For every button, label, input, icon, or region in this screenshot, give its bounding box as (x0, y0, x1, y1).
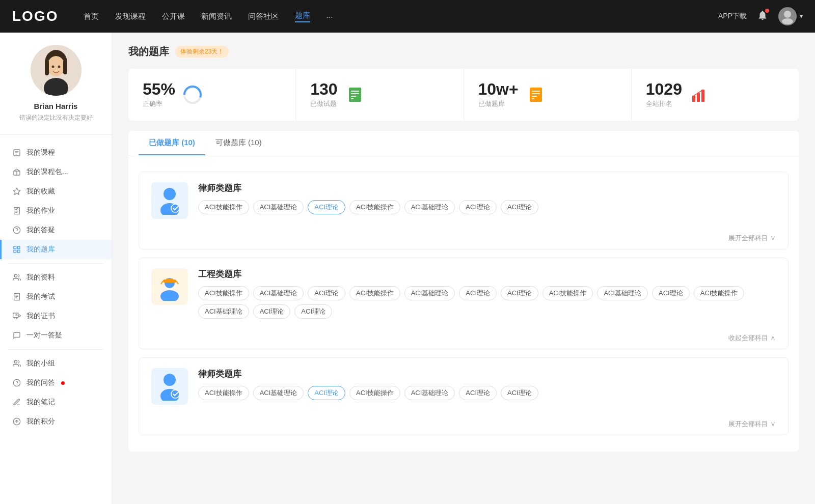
sidebar-item-profile[interactable]: 我的资料 (0, 268, 112, 287)
tag-4[interactable]: ACI基础理论 (404, 200, 455, 214)
sidebar-item-oneone[interactable]: 一对一答疑 (0, 326, 112, 345)
svg-rect-55 (701, 90, 704, 102)
sidebar-item-exam[interactable]: 我的考试 (0, 287, 112, 306)
sidebar-item-qa[interactable]: 我的答疑 (0, 220, 112, 240)
qbank-footer-1: 展开全部科目 ∨ (139, 229, 788, 249)
stat-done-banks-label: 已做题库 (478, 99, 519, 108)
cert-icon (12, 312, 21, 321)
sidebar-label-homework: 我的作业 (26, 206, 55, 215)
tab-done[interactable]: 已做题库 (10) (139, 131, 205, 155)
sidebar-item-notes[interactable]: 我的笔记 (0, 393, 112, 412)
user-avatar-area[interactable]: ▾ (778, 7, 803, 25)
eng-tag-1[interactable]: ACI基础理论 (253, 286, 304, 300)
stat-accuracy: 55% 正确率 (128, 69, 296, 121)
svg-point-58 (171, 204, 179, 212)
stat-ranking: 1029 全站排名 (632, 69, 799, 121)
eng-tag-4[interactable]: ACI基础理论 (404, 286, 455, 300)
expand-link-1[interactable]: 展开全部科目 ∨ (728, 234, 776, 242)
eng-tag-10[interactable]: ACI技能操作 (694, 286, 745, 300)
l2-tag-1[interactable]: ACI基础理论 (253, 386, 304, 400)
sidebar-item-package[interactable]: 我的课程包... (0, 162, 112, 182)
nav-home[interactable]: 首页 (84, 12, 99, 21)
notification-bell[interactable] (757, 10, 768, 23)
app-download-button[interactable]: APP下载 (718, 12, 747, 21)
collapse-link[interactable]: 收起全部科目 ∧ (728, 334, 776, 342)
header-right: APP下载 ▾ (718, 7, 803, 25)
l2-tag-2[interactable]: ACI理论 (308, 386, 345, 400)
svg-point-65 (164, 374, 176, 386)
sidebar-label-myqa: 我的问答 (26, 378, 55, 387)
eng-tag-5[interactable]: ACI理论 (459, 286, 497, 300)
package-icon (12, 167, 21, 177)
doc-green-icon (345, 85, 365, 105)
eng-tag-11[interactable]: ACI基础理论 (198, 304, 249, 319)
sidebar-label-qa: 我的答疑 (26, 226, 55, 235)
sidebar-label-cert: 我的证书 (26, 312, 55, 321)
profile-avatar (31, 45, 82, 96)
engineer-icon-area (151, 268, 188, 305)
eng-tag-7[interactable]: ACI技能操作 (542, 286, 593, 300)
eng-tag-3[interactable]: ACI技能操作 (349, 286, 400, 300)
eng-tag-9[interactable]: ACI理论 (652, 286, 690, 300)
svg-rect-49 (532, 91, 540, 92)
sidebar-label-course: 我的课程 (26, 148, 55, 157)
l2-tag-3[interactable]: ACI技能操作 (349, 386, 400, 400)
expand-link-3[interactable]: 展开全部科目 ∨ (728, 420, 776, 428)
l2-tag-6[interactable]: ACI理论 (501, 386, 538, 400)
logo[interactable]: LOGO (12, 8, 63, 24)
sidebar-item-cert[interactable]: 我的证书 (0, 306, 112, 326)
stat-ranking-value: 1029 (646, 81, 682, 97)
tab-todo[interactable]: 可做题库 (10) (205, 131, 272, 155)
svg-rect-54 (697, 93, 700, 102)
nav-qa[interactable]: 问答社区 (248, 12, 279, 21)
eng-tag-0[interactable]: ACI技能操作 (198, 286, 249, 300)
eng-tag-12[interactable]: ACI理论 (253, 304, 291, 319)
sidebar-item-homework[interactable]: 我的作业 (0, 201, 112, 220)
nav-qbank[interactable]: 题库 (295, 11, 310, 22)
eng-tag-8[interactable]: ACI基础理论 (597, 286, 648, 300)
accuracy-chart-icon (182, 85, 203, 105)
tag-5[interactable]: ACI理论 (459, 200, 497, 214)
svg-point-9 (58, 66, 60, 68)
sidebar-item-points[interactable]: 我的积分 (0, 412, 112, 431)
qbank-list: 律师类题库 ACI技能操作 ACI基础理论 ACI理论 ACI技能操作 ACI基… (128, 163, 799, 452)
nav-news[interactable]: 新闻资讯 (201, 12, 232, 21)
sidebar-menu: 我的课程 我的课程包... 我的收藏 我的作业 (0, 135, 112, 439)
svg-point-33 (16, 315, 17, 316)
sidebar-item-favorites[interactable]: 我的收藏 (0, 182, 112, 201)
l2-tag-4[interactable]: ACI基础理论 (404, 386, 455, 400)
main-nav: 首页 发现课程 公开课 新闻资讯 问答社区 题库 ··· (84, 11, 718, 22)
tag-6[interactable]: ACI理论 (501, 200, 538, 214)
qbank-title-engineer: 工程类题库 (198, 268, 776, 280)
sidebar-item-course[interactable]: 我的课程 (0, 143, 112, 162)
sidebar-item-myqa[interactable]: 我的问答 (0, 373, 112, 393)
tag-2[interactable]: ACI理论 (308, 200, 345, 214)
qbank-card-lawyer-2: 律师类题库 ACI技能操作 ACI基础理论 ACI理论 ACI技能操作 ACI基… (139, 357, 789, 435)
tag-3[interactable]: ACI技能操作 (349, 200, 400, 214)
svg-rect-7 (63, 60, 67, 74)
tag-1[interactable]: ACI基础理论 (253, 200, 304, 214)
stat-accuracy-label: 正确率 (143, 99, 175, 108)
homework-icon (12, 206, 21, 215)
eng-tag-13[interactable]: ACI理论 (294, 304, 332, 319)
svg-rect-48 (530, 88, 542, 102)
svg-rect-62 (166, 278, 173, 281)
main-content: 我的题库 体验剩余23天！ 55% 正确率 1 (112, 33, 815, 504)
stat-ranking-label: 全站排名 (646, 99, 682, 108)
l2-tag-0[interactable]: ACI技能操作 (198, 386, 249, 400)
lawyer-icon-area-2 (151, 368, 188, 405)
eng-tag-2[interactable]: ACI理论 (308, 286, 345, 300)
svg-point-1 (782, 18, 793, 24)
star-icon (12, 187, 21, 196)
svg-rect-46 (351, 96, 356, 97)
l2-tag-5[interactable]: ACI理论 (459, 386, 497, 400)
nav-discover[interactable]: 发现课程 (115, 12, 146, 21)
doc-orange-icon (526, 85, 546, 105)
sidebar-item-qbank[interactable]: 我的题库 (0, 240, 112, 259)
qbank-title-lawyer-2: 律师类题库 (198, 368, 776, 380)
sidebar-item-group[interactable]: 我的小组 (0, 354, 112, 373)
tag-0[interactable]: ACI技能操作 (198, 200, 249, 214)
nav-more[interactable]: ··· (327, 12, 333, 21)
nav-open-course[interactable]: 公开课 (162, 12, 185, 21)
eng-tag-6[interactable]: ACI理论 (501, 286, 538, 300)
